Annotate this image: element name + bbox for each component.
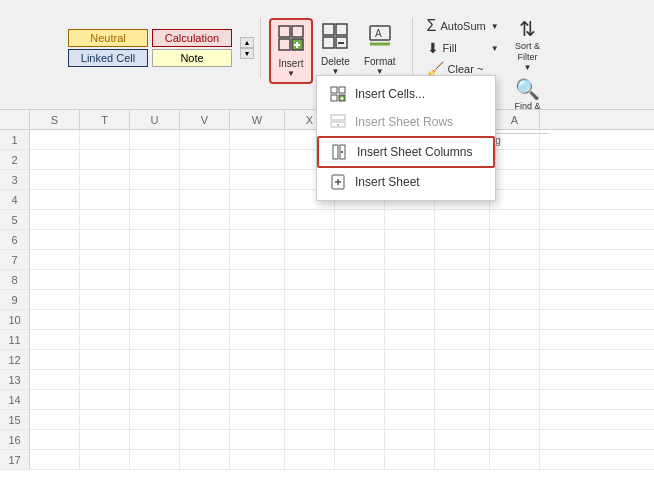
table-row[interactable]: 16 — [0, 430, 654, 450]
grid-cell[interactable] — [435, 430, 490, 450]
grid-cell[interactable] — [230, 370, 285, 390]
grid-cell[interactable] — [80, 430, 130, 450]
grid-cell[interactable] — [30, 150, 80, 170]
grid-cell[interactable] — [435, 450, 490, 470]
grid-cell[interactable] — [285, 270, 335, 290]
grid-cell[interactable] — [285, 350, 335, 370]
grid-cell[interactable] — [230, 310, 285, 330]
scroll-up-btn[interactable]: ▲ — [240, 37, 254, 48]
grid-cell[interactable] — [80, 230, 130, 250]
scroll-down-btn[interactable]: ▼ — [240, 48, 254, 59]
sort-filter-button[interactable]: ⇅ Sort &Filter ▼ — [507, 15, 549, 74]
grid-cell[interactable] — [30, 250, 80, 270]
grid-cell[interactable] — [490, 410, 540, 430]
grid-cell[interactable] — [30, 450, 80, 470]
grid-cell[interactable] — [180, 270, 230, 290]
table-row[interactable]: 15 — [0, 410, 654, 430]
grid-cell[interactable] — [80, 310, 130, 330]
grid-cell[interactable] — [130, 450, 180, 470]
grid-cell[interactable] — [80, 290, 130, 310]
grid-cell[interactable] — [335, 350, 385, 370]
grid-cell[interactable] — [385, 210, 435, 230]
grid-cell[interactable] — [80, 210, 130, 230]
grid-cell[interactable] — [180, 210, 230, 230]
grid-cell[interactable] — [80, 410, 130, 430]
grid-cell[interactable] — [230, 230, 285, 250]
grid-cell[interactable] — [230, 330, 285, 350]
grid-cell[interactable] — [30, 210, 80, 230]
grid-cell[interactable] — [180, 310, 230, 330]
grid-cell[interactable] — [385, 450, 435, 470]
grid-cell[interactable] — [490, 250, 540, 270]
grid-cell[interactable] — [130, 330, 180, 350]
grid-cell[interactable] — [285, 370, 335, 390]
grid-cell[interactable] — [180, 390, 230, 410]
grid-cell[interactable] — [80, 190, 130, 210]
grid-cell[interactable] — [30, 370, 80, 390]
grid-cell[interactable] — [30, 130, 80, 150]
note-style[interactable]: Note — [152, 49, 232, 67]
grid-cell[interactable] — [180, 150, 230, 170]
grid-cell[interactable] — [335, 390, 385, 410]
grid-cell[interactable] — [285, 210, 335, 230]
grid-cell[interactable] — [80, 250, 130, 270]
grid-cell[interactable] — [490, 290, 540, 310]
grid-cell[interactable] — [130, 410, 180, 430]
col-header-v[interactable]: V — [180, 110, 230, 129]
grid-cell[interactable] — [130, 250, 180, 270]
table-row[interactable]: 9 — [0, 290, 654, 310]
table-row[interactable]: 12 — [0, 350, 654, 370]
grid-cell[interactable] — [130, 150, 180, 170]
grid-cell[interactable] — [30, 430, 80, 450]
col-header-u[interactable]: U — [130, 110, 180, 129]
grid-cell[interactable] — [130, 190, 180, 210]
grid-cell[interactable] — [285, 430, 335, 450]
grid-cell[interactable] — [230, 350, 285, 370]
grid-cell[interactable] — [335, 370, 385, 390]
table-row[interactable]: 7 — [0, 250, 654, 270]
grid-cell[interactable] — [335, 310, 385, 330]
grid-cell[interactable] — [335, 430, 385, 450]
grid-cell[interactable] — [180, 330, 230, 350]
grid-cell[interactable] — [180, 230, 230, 250]
grid-cell[interactable] — [490, 370, 540, 390]
grid-cell[interactable] — [130, 290, 180, 310]
autosum-arrow[interactable]: ▼ — [491, 22, 499, 31]
grid-cell[interactable] — [435, 270, 490, 290]
grid-cell[interactable] — [385, 430, 435, 450]
grid-cell[interactable] — [30, 410, 80, 430]
table-row[interactable]: 14 — [0, 390, 654, 410]
grid-cell[interactable] — [180, 430, 230, 450]
grid-cell[interactable] — [490, 350, 540, 370]
grid-cell[interactable] — [335, 230, 385, 250]
grid-cell[interactable] — [130, 170, 180, 190]
grid-cell[interactable] — [435, 230, 490, 250]
grid-cell[interactable] — [335, 270, 385, 290]
grid-cell[interactable] — [230, 130, 285, 150]
grid-cell[interactable] — [180, 250, 230, 270]
grid-cell[interactable] — [385, 310, 435, 330]
grid-cell[interactable] — [130, 130, 180, 150]
grid-cell[interactable] — [335, 410, 385, 430]
delete-button[interactable]: Delete ▼ — [315, 18, 356, 80]
grid-cell[interactable] — [490, 130, 540, 150]
grid-cell[interactable] — [80, 130, 130, 150]
grid-cell[interactable] — [385, 370, 435, 390]
col-header-s[interactable]: S — [30, 110, 80, 129]
grid-cell[interactable] — [230, 170, 285, 190]
grid-cell[interactable] — [230, 270, 285, 290]
sort-filter-arrow[interactable]: ▼ — [524, 63, 532, 72]
table-row[interactable]: 17 — [0, 450, 654, 470]
grid-cell[interactable] — [80, 150, 130, 170]
grid-cell[interactable] — [180, 350, 230, 370]
grid-cell[interactable] — [80, 270, 130, 290]
grid-cell[interactable] — [335, 210, 385, 230]
fill-arrow[interactable]: ▼ — [491, 44, 499, 53]
grid-cell[interactable] — [230, 210, 285, 230]
grid-cell[interactable] — [385, 270, 435, 290]
grid-cell[interactable] — [30, 230, 80, 250]
linked-cell-style[interactable]: Linked Cell — [68, 49, 148, 67]
grid-cell[interactable] — [435, 370, 490, 390]
insert-sheet-columns-item[interactable]: Insert Sheet Columns — [317, 136, 495, 168]
grid-cell[interactable] — [230, 190, 285, 210]
